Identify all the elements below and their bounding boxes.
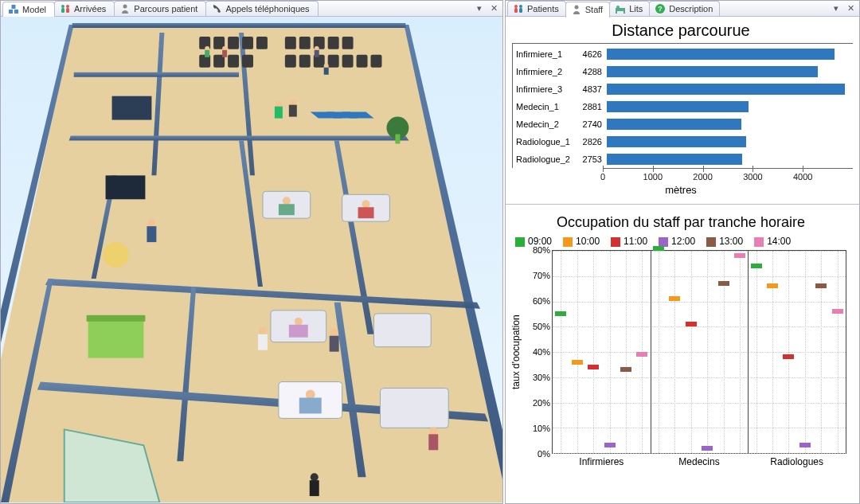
x-tick-label: 3000 [743, 172, 762, 182]
svg-rect-62 [106, 175, 146, 199]
bed-icon [615, 3, 626, 14]
tab-lits[interactable]: Lits [609, 1, 650, 16]
data-marker [555, 311, 566, 316]
bar-value-label: 4288 [575, 67, 607, 76]
legend-swatch [515, 237, 525, 247]
svg-point-93 [514, 5, 518, 8]
svg-marker-12 [72, 23, 406, 28]
bar-value-label: 2740 [575, 119, 607, 129]
y-tick-label: 30% [533, 373, 550, 382]
svg-rect-75 [289, 325, 308, 338]
legend-label: 11:00 [624, 236, 647, 247]
svg-marker-15 [74, 72, 239, 77]
tab-staff[interactable]: Staff [565, 2, 610, 18]
svg-point-74 [295, 318, 303, 326]
data-marker [572, 360, 583, 365]
y-tick-label: 20% [533, 398, 550, 408]
x-category-label: Radiologues [770, 456, 823, 467]
bar-row: Medecin_12881 [513, 98, 853, 115]
svg-point-63 [104, 242, 129, 268]
svg-rect-99 [616, 11, 617, 14]
svg-rect-1 [14, 10, 18, 14]
bar [607, 84, 845, 95]
legend-swatch [611, 237, 620, 247]
svg-rect-43 [342, 55, 354, 68]
tab-close[interactable]: ✕ [488, 3, 499, 14]
data-marker [669, 296, 680, 301]
tab-dropdown[interactable]: ▾ [831, 3, 842, 14]
x-tick-label: 2000 [693, 172, 712, 182]
y-tick-label: 10% [533, 424, 550, 433]
svg-rect-39 [285, 55, 296, 68]
data-marker [588, 365, 599, 369]
tab-appels[interactable]: Appels téléphoniques [205, 1, 318, 16]
bar-value-label: 2753 [575, 154, 607, 164]
bar-value-label: 4837 [575, 84, 607, 94]
tab-parcours-patient[interactable]: Parcours patient [114, 1, 206, 16]
occupation-chart: Occupation du staff par tranche horaire … [506, 209, 859, 503]
bar-category-label: Radiologue_2 [513, 154, 575, 164]
svg-rect-79 [299, 397, 322, 413]
data-marker [751, 264, 762, 268]
svg-rect-80 [380, 389, 448, 428]
x-tick-label: 4000 [793, 172, 812, 182]
svg-rect-72 [358, 207, 374, 218]
bar-category-label: Medecin_1 [513, 102, 575, 111]
tab-model[interactable]: Model [2, 2, 55, 18]
svg-rect-29 [256, 37, 268, 49]
tab-arrivees[interactable]: Arrivées [54, 1, 115, 16]
svg-point-97 [574, 5, 578, 9]
tab-close[interactable]: ✕ [845, 3, 856, 14]
data-marker [783, 354, 794, 359]
tab-description[interactable]: ? Description [649, 1, 720, 16]
svg-rect-84 [330, 336, 339, 352]
svg-rect-0 [9, 10, 13, 14]
floor-svg [1, 17, 502, 502]
svg-marker-16 [69, 136, 409, 141]
svg-rect-65 [87, 315, 146, 322]
tab-dropdown[interactable]: ▾ [474, 3, 485, 14]
tab-patients[interactable]: Patients [507, 1, 566, 16]
svg-rect-49 [222, 50, 227, 57]
svg-rect-88 [310, 480, 319, 496]
legend-item: 12:00 [659, 236, 695, 247]
chart-title: Occupation du staff par tranche horaire [509, 214, 853, 231]
svg-rect-82 [147, 226, 156, 242]
model-3d-viewport[interactable] [1, 17, 502, 503]
tab-label: Description [669, 4, 713, 14]
svg-rect-27 [228, 37, 239, 49]
tab-label: Staff [585, 5, 603, 14]
tab-label: Appels téléphoniques [225, 4, 309, 14]
legend-item: 11:00 [611, 236, 647, 247]
svg-rect-31 [299, 37, 311, 49]
plot-area: InfirmieresMedecinsRadiologues [552, 250, 846, 454]
svg-rect-92 [395, 135, 400, 144]
svg-point-85 [429, 427, 437, 435]
bar-row: Infirmiere_34837 [513, 80, 853, 98]
data-marker [799, 443, 811, 447]
bar-category-label: Infirmiere_2 [513, 67, 575, 76]
svg-point-95 [519, 5, 522, 8]
svg-point-87 [311, 473, 319, 481]
data-marker [620, 367, 631, 372]
svg-point-81 [147, 219, 155, 227]
svg-point-71 [362, 200, 370, 208]
legend-swatch [706, 237, 716, 247]
help-icon: ? [655, 3, 666, 14]
right-tabbar: Patients Staff Lits ? Description [506, 1, 859, 17]
bar [607, 119, 741, 130]
tab-label: Arrivées [74, 4, 106, 14]
bar-value-label: 2881 [575, 102, 607, 111]
svg-rect-90 [258, 334, 268, 350]
person-icon [119, 3, 131, 14]
bar-row: Radiologue_22753 [513, 150, 853, 168]
data-marker [832, 309, 843, 314]
legend-item: 13:00 [706, 236, 743, 247]
chart-title: Distance parcourue [509, 21, 853, 40]
svg-rect-57 [289, 105, 297, 117]
tab-label: Model [22, 5, 46, 14]
tab-label: Patients [527, 4, 559, 14]
svg-point-83 [330, 329, 338, 337]
x-tick-label: 1000 [643, 172, 663, 182]
bar-row: Radiologue_12826 [513, 133, 853, 150]
